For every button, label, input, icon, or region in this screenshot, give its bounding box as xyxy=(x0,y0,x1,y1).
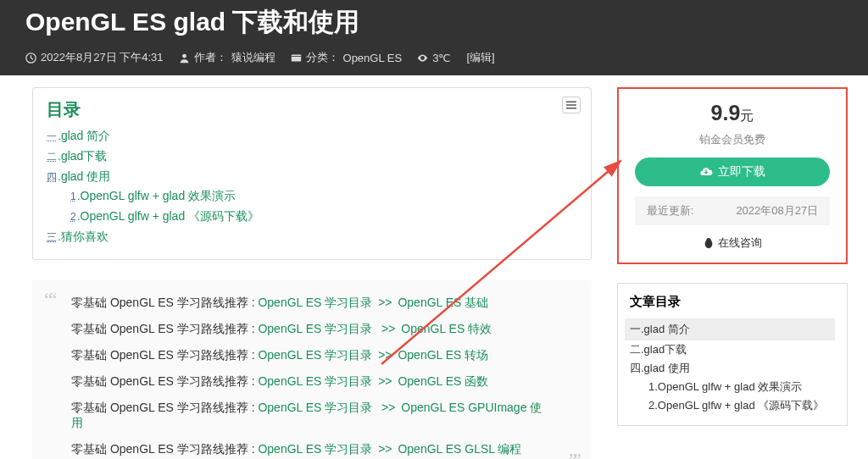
edit-link[interactable]: [编辑] xyxy=(466,50,494,65)
svg-rect-6 xyxy=(566,108,576,109)
toc-link-usage[interactable]: 四.glad 使用 xyxy=(47,169,110,183)
svg-rect-4 xyxy=(566,102,576,103)
price: 9.9元 xyxy=(619,101,846,125)
target-link[interactable]: OpenGL ES GLSL 编程 xyxy=(398,442,521,456)
svg-point-8 xyxy=(706,238,710,242)
side-toc-item[interactable]: 2.OpenGL glfw + glad 《源码下载》 xyxy=(630,396,835,415)
cloud-download-icon xyxy=(699,165,713,179)
toc-link-related[interactable]: 三.猜你喜欢 xyxy=(47,230,108,243)
hub-link[interactable]: OpenGL ES 学习目录 xyxy=(258,374,372,388)
hub-link[interactable]: OpenGL ES 学习目录 xyxy=(258,322,372,335)
download-button[interactable]: 立即下载 xyxy=(635,158,830,186)
hub-link[interactable]: OpenGL ES 学习目录 xyxy=(258,401,372,414)
update-date: 2022年08月27日 xyxy=(736,203,818,218)
article-toc: 文章目录 一.glad 简介二.glad下载四.glad 使用1.OpenGL … xyxy=(617,283,848,426)
svg-rect-5 xyxy=(566,104,576,106)
side-toc-item[interactable]: 1.OpenGL glfw + glad 效果演示 xyxy=(630,378,835,396)
page-header: OpenGL ES glad 下载和使用 2022年8月27日 下午4:31 作… xyxy=(0,0,868,75)
eye-icon xyxy=(417,53,428,64)
svg-rect-3 xyxy=(291,56,300,57)
target-link[interactable]: OpenGL ES 基础 xyxy=(398,296,488,309)
toc-title: 目录 xyxy=(47,98,577,121)
consult-link[interactable]: 在线咨询 xyxy=(619,225,846,259)
update-label: 最近更新: xyxy=(647,203,694,218)
path-row: 零基础 OpenGL ES 学习路线推荐 : OpenGL ES 学习目录 >>… xyxy=(71,374,553,390)
side-toc-item[interactable]: 二.glad下载 xyxy=(630,340,835,359)
user-icon xyxy=(179,53,190,64)
toc-link-intro[interactable]: 一.glad 简介 xyxy=(47,129,110,142)
toc-link-download[interactable]: 二.glad下载 xyxy=(47,149,107,163)
meta-author[interactable]: 作者：猿说编程 xyxy=(179,50,275,65)
path-row: 零基础 OpenGL ES 学习路线推荐 : OpenGL ES 学习目录 >>… xyxy=(71,401,553,431)
path-row: 零基础 OpenGL ES 学习路线推荐 : OpenGL ES 学习目录 >>… xyxy=(71,348,553,363)
target-link[interactable]: OpenGL ES 转场 xyxy=(398,348,488,362)
sidebar: 9.9元 铂金会员免费 立即下载 最近更新: 2022年08月27日 在线咨询 … xyxy=(617,87,848,459)
learning-paths-block: 零基础 OpenGL ES 学习路线推荐 : OpenGL ES 学习目录 >>… xyxy=(32,280,592,459)
toc-link-demo[interactable]: 1.OpenGL glfw + glad 效果演示 xyxy=(70,189,236,202)
path-row: 零基础 OpenGL ES 学习路线推荐 : OpenGL ES 学习目录 >>… xyxy=(71,442,553,457)
hub-link[interactable]: OpenGL ES 学习目录 xyxy=(258,348,372,362)
meta-views: 3℃ xyxy=(417,52,451,64)
clock-icon xyxy=(25,53,36,64)
folder-icon xyxy=(291,53,302,64)
path-row: 零基础 OpenGL ES 学习路线推荐 : OpenGL ES 学习目录 >>… xyxy=(71,296,553,311)
article-toc-title: 文章目录 xyxy=(630,294,835,310)
penguin-icon xyxy=(703,237,715,249)
meta-date: 2022年8月27日 下午4:31 xyxy=(25,50,164,65)
side-toc-item[interactable]: 四.glad 使用 xyxy=(630,359,835,378)
path-row: 零基础 OpenGL ES 学习路线推荐 : OpenGL ES 学习目录 >>… xyxy=(71,322,553,337)
toc-link-source[interactable]: 2.OpenGL glfw + glad 《源码下载》 xyxy=(70,209,259,223)
hub-link[interactable]: OpenGL ES 学习目录 xyxy=(258,296,372,309)
side-toc-item[interactable]: 一.glad 简介 xyxy=(625,318,835,340)
target-link[interactable]: OpenGL ES 函数 xyxy=(398,374,488,388)
meta-category[interactable]: 分类：OpenGL ES xyxy=(291,50,403,65)
update-row: 最近更新: 2022年08月27日 xyxy=(635,196,830,225)
membership-note: 铂金会员免费 xyxy=(619,132,846,147)
page-title: OpenGL ES glad 下载和使用 xyxy=(25,5,843,40)
target-link[interactable]: OpenGL ES 特效 xyxy=(401,322,492,335)
hub-link[interactable]: OpenGL ES 学习目录 xyxy=(258,442,372,456)
download-card: 9.9元 铂金会员免费 立即下载 最近更新: 2022年08月27日 在线咨询 xyxy=(617,87,848,264)
svg-point-1 xyxy=(182,53,186,58)
toc-toggle-button[interactable] xyxy=(562,97,581,113)
meta-row: 2022年8月27日 下午4:31 作者：猿说编程 分类：OpenGL ES 3… xyxy=(25,50,843,65)
svg-rect-2 xyxy=(291,54,300,61)
main-content: 目录 一.glad 简介 二.glad下载 四.glad 使用 1.OpenGL… xyxy=(20,87,604,459)
list-icon xyxy=(566,101,576,109)
table-of-contents: 目录 一.glad 简介 二.glad下载 四.glad 使用 1.OpenGL… xyxy=(32,87,592,260)
